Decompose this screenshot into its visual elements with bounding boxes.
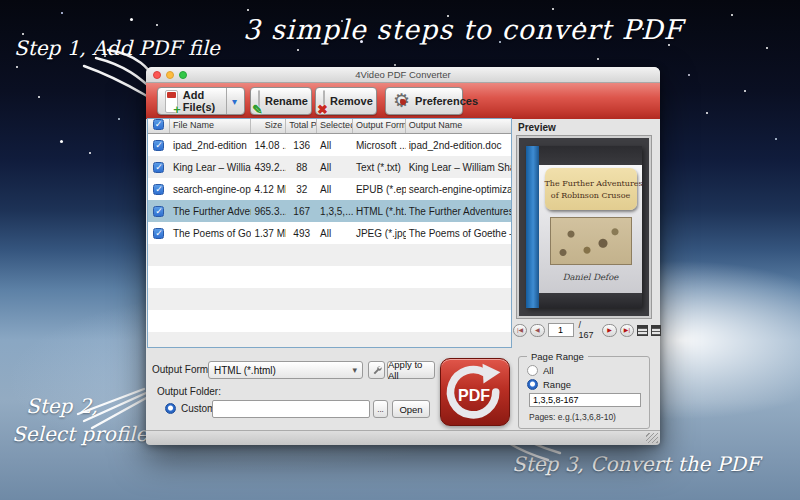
output-folder-input[interactable] [212,400,370,418]
app-window: 4Video PDF Converter + Add File(s) ▾ ✎ R… [146,67,660,444]
header-selected[interactable]: Selected [317,119,353,133]
current-page-input[interactable] [548,323,574,337]
empty-row [148,266,511,288]
page-range-group: Page Range All Range Pages: e.g.(1,3,6,8… [518,356,650,429]
cell-file-name: The Further Adventur... [170,206,252,217]
cell-output: ipad_2nd-edition.doc [406,140,511,151]
cell-size: 14.08 ... [251,140,286,151]
radio-customize[interactable] [165,403,176,414]
cell-pages: 493 [286,228,317,239]
table-row[interactable]: search-engine-optim... 4.12 MB 32 All EP… [148,178,511,200]
format-settings-button[interactable] [368,361,385,379]
preview-navigation: |◀ ◀ / 167 ▶ ▶| [513,322,661,338]
row-checkbox[interactable] [153,184,164,195]
row-checkbox[interactable] [153,228,164,239]
add-files-label: Add File(s) [183,89,219,113]
cell-size: 1.37 MB [251,228,286,239]
cross-icon: ✖ [317,103,328,116]
title-bar[interactable]: 4Video PDF Converter [146,67,660,83]
open-folder-button[interactable]: Open [392,400,430,418]
header-size[interactable]: Size [251,119,286,133]
page-range-all-option[interactable]: All [527,365,554,376]
cell-pages: 167 [286,206,317,217]
add-files-button[interactable]: + Add File(s) ▾ [157,87,245,115]
first-page-button[interactable]: |◀ [513,324,527,337]
rename-button[interactable]: ✎ Rename [250,87,312,115]
step3-annotation: Step 3, Convert the PDF [512,452,760,476]
chevron-down-icon: ▾ [352,365,357,375]
row-checkbox[interactable] [153,162,164,173]
header-checkbox-cell[interactable] [148,119,170,133]
prev-page-button[interactable]: ◀ [530,324,544,337]
cell-selected: All [317,140,353,151]
cell-selected: All [317,228,353,239]
remove-label: Remove [330,95,373,107]
cell-output: search-engine-optimizatio... [406,184,511,195]
header-checkbox[interactable] [153,119,164,130]
header-output-name[interactable]: Output Name [406,119,511,133]
cell-selected: 1,3,5,... [317,206,353,217]
page-layout-icon-2[interactable] [651,325,662,336]
cell-format: Microsoft ... [353,140,406,151]
empty-row [148,288,511,310]
cell-size: 4.12 MB [251,184,286,195]
add-files-dropdown[interactable]: ▾ [226,88,237,114]
radio-range-label: Range [543,379,571,390]
headline-annotation: 3 simple steps to convert PDF [243,14,683,45]
cell-selected: All [317,184,353,195]
preferences-button[interactable]: ⚙ Preferences [385,87,463,115]
output-folder-label: Output Folder: [157,386,221,397]
header-total-pages[interactable]: Total Pag [286,119,317,133]
step2-annotation-line2: Select profile [12,422,147,446]
table-row[interactable]: The Poems of Goethe ... 1.37 MB 493 All … [148,222,511,244]
screenshot-stage: 3 simple steps to convert PDF Step 1, Ad… [0,0,800,500]
chevron-down-icon: ▾ [232,96,237,107]
remove-button[interactable]: ✖ Remove [315,87,377,115]
table-header-row: File Name Size Total Pag Selected Output… [148,119,511,134]
cell-output: The Further Adventures of ... [406,206,511,217]
book-title-plate: The Further Adventures of Robinson Cruso… [545,168,637,210]
apply-to-all-button[interactable]: Apply to All [387,361,435,379]
cell-selected: All [317,162,353,173]
table-row[interactable]: ipad_2nd-edition 14.08 ... 136 All Micro… [148,134,511,156]
file-table: File Name Size Total Pag Selected Output… [147,118,512,348]
cell-size: 965.3... [251,206,286,217]
step2-annotation-line1: Step 2, [26,394,98,418]
radio-all[interactable] [527,365,538,376]
cell-file-name: King Lear – William S... [170,162,252,173]
cell-pages: 88 [286,162,317,173]
row-checkbox[interactable] [153,140,164,151]
cell-format: EPUB (*.epub) [353,184,406,195]
next-page-button[interactable]: ▶ [602,324,616,337]
radio-range[interactable] [527,379,538,390]
cell-file-name: The Poems of Goethe ... [170,228,252,239]
window-bottom-bar [146,430,660,445]
browse-button[interactable]: ... [373,400,388,418]
page-range-range-option[interactable]: Range [527,379,571,390]
page-range-legend: Page Range [527,351,588,362]
resize-grip[interactable] [646,433,658,443]
gear-icon: ⚙ [393,90,410,112]
cell-pages: 32 [286,184,317,195]
book-title-line2: of Robinson Crusoe [545,191,637,200]
page-range-input[interactable] [529,393,641,407]
book-cover: The Further Adventures of Robinson Cruso… [539,146,642,308]
convert-button[interactable]: PDF [440,358,510,426]
rename-label: Rename [265,95,308,107]
header-file-name[interactable]: File Name [170,119,252,133]
pdf-file-rename-icon: ✎ [258,90,260,113]
cell-output: King Lear – William Shakes... [406,162,511,173]
output-format-dropdown[interactable]: HTML (*.html) ▾ [208,361,363,379]
table-row[interactable]: King Lear – William S... 439.2... 88 All… [148,156,511,178]
page-layout-icon-1[interactable] [637,325,648,336]
preferences-label: Preferences [415,95,478,107]
pdf-file-remove-icon: ✖ [323,90,325,113]
row-checkbox[interactable] [153,206,164,217]
step1-arrow-3 [84,66,152,99]
window-title: 4Video PDF Converter [146,69,660,80]
last-page-button[interactable]: ▶| [620,324,634,337]
cell-size: 439.2... [251,162,286,173]
table-row-selected[interactable]: The Further Adventur... 965.3... 167 1,3… [148,200,511,222]
total-pages-label: / 167 [579,320,598,340]
header-output-format[interactable]: Output Forma [353,119,406,133]
